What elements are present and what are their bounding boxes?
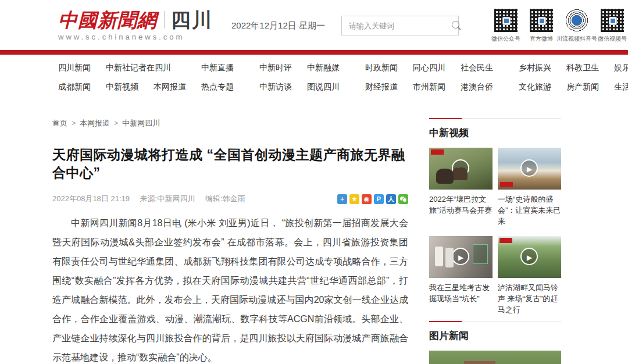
article-body: 中新网四川新闻8月18日电 (米小米 刘亚男)近日， “旅投创新第一届招商发展大… xyxy=(52,213,408,364)
nav-item-cns-reporters[interactable]: 中新社记者在四川 xyxy=(106,63,186,73)
nav-item-chengdu-news[interactable]: 成都新闻 xyxy=(58,82,91,92)
broadcaster-logo-badge xyxy=(500,182,513,187)
qr-label: 微信公众号 xyxy=(491,35,520,43)
photo-news-section: 图片新闻 xyxy=(429,321,561,364)
qr-label: 微信视频号 xyxy=(598,35,627,43)
nav-item-pictures-sichuan[interactable]: 图说四川 xyxy=(307,82,340,92)
broadcaster-logo-badge xyxy=(431,149,444,155)
video-thumbnail-city-aerial[interactable] xyxy=(498,148,561,190)
video-card[interactable]: 2022年“壤巴拉文旅”活动赛马会开赛 xyxy=(429,148,493,227)
nav-item-life-services[interactable]: 生活服务 xyxy=(614,82,628,92)
site-url: www.sc.chinanews.com xyxy=(58,33,213,41)
video-card[interactable]: 泸沽湖畔又闻马铃声 来场“复古”的赶马之行 xyxy=(498,236,561,315)
nav-item-finance[interactable]: 财经报道 xyxy=(365,82,398,92)
breadcrumb-separator: > xyxy=(114,119,118,127)
video-card[interactable]: 一场“史诗般的盛会”：让宜宾未来已来 xyxy=(498,148,561,227)
current-date: 2022年12月12日 星期一 xyxy=(231,20,325,31)
play-icon[interactable] xyxy=(520,159,538,177)
article-source: 来源:中新网四川 xyxy=(140,194,195,203)
wechat-share-icon[interactable] xyxy=(398,194,408,204)
video-thumbnail-horse-race[interactable] xyxy=(429,148,493,190)
qr-code-group: 微信公众号 官方微博 川流视频抖音号 微信视频号 xyxy=(493,9,626,43)
video-caption[interactable]: 一场“史诗般的盛会”：让宜宾未来已来 xyxy=(498,194,561,227)
search-input[interactable] xyxy=(349,22,451,30)
nav-item-entertainment-sports[interactable]: 娱乐体育 xyxy=(614,63,628,73)
thumbnail-overlay-tag xyxy=(473,244,488,264)
share-toolbar: + ★ ◉ P 人 xyxy=(337,194,408,204)
nav-item-culture-tourism[interactable]: 文化旅游 xyxy=(519,82,551,92)
play-icon[interactable] xyxy=(520,248,538,265)
search-box[interactable] xyxy=(341,16,459,35)
photo-section-title: 图片新闻 xyxy=(429,329,561,342)
nav-item-sichuan-news[interactable]: 四川新闻 xyxy=(58,63,91,73)
article-meta-row: 2022年08月18日 21:19 来源:中新网四川 编辑:韩金雨 + ★ ◉ … xyxy=(52,194,408,204)
nav-item-science-education[interactable]: 科教卫生 xyxy=(566,63,599,73)
site-logo[interactable]: 中國新聞網 四川 www.sc.chinanews.com xyxy=(58,10,213,41)
breadcrumb-current[interactable]: 中新网四川 xyxy=(122,118,160,129)
weibo-share-icon[interactable]: ◉ xyxy=(362,194,372,204)
article-title: 天府国际动漫城将打造成 “全国首创动漫主题产商旅无界融合中心” xyxy=(52,146,408,182)
nav-group-3: 时政新闻 同心四川 社会民生 财经报道 市州新闻 港澳台侨 xyxy=(365,63,493,92)
nav-item-commentary[interactable]: 中新时评 xyxy=(259,63,292,73)
video-thumbnail-sanxingdui[interactable] xyxy=(429,236,493,278)
sidebar: 中新视频 2022年“壤巴拉文旅”活动赛马会开赛 一场“史诗般的盛会”：让宜宾未… xyxy=(429,118,561,364)
search-icon[interactable] xyxy=(451,20,462,31)
breadcrumb: 首页 > 本网报道 > 中新网四川 xyxy=(52,118,408,129)
nav-item-society[interactable]: 社会民生 xyxy=(461,63,493,73)
logo-region-text: 四川 xyxy=(171,10,213,30)
video-caption[interactable]: 2022年“壤巴拉文旅”活动赛马会开赛 xyxy=(429,194,493,216)
article-paragraph: 中新网四川新闻8月18日电 (米小米 刘亚男)近日， “旅投创新第一届招商发展大… xyxy=(52,213,408,364)
video-card[interactable]: 我在三星堆考古发掘现场当“坑长” xyxy=(429,236,493,315)
nav-item-hk-macao-taiwan[interactable]: 港澳台侨 xyxy=(461,82,493,92)
qr-label: 川流视频抖音号 xyxy=(556,35,597,43)
nav-group-1: 四川新闻 中新社记者在四川 中新直播 成都新闻 中新视频 本网报道 热点专题 xyxy=(58,63,234,92)
video-thumbnail-lugu-lake[interactable] xyxy=(498,236,561,278)
nav-item-converged-media[interactable]: 中新融媒 xyxy=(307,63,340,73)
article-column: 首页 > 本网报道 > 中新网四川 天府国际动漫城将打造成 “全国首创动漫主题产… xyxy=(52,118,408,364)
qr-weibo-official: 官方微博 xyxy=(528,9,555,43)
logo-brand-text: 中國新聞網 xyxy=(58,10,157,30)
nav-item-rural-revitalization[interactable]: 乡村振兴 xyxy=(519,63,551,73)
nav-item-video[interactable]: 中新视频 xyxy=(106,82,138,92)
qr-code-image xyxy=(494,9,518,32)
video-grid: 2022年“壤巴拉文旅”活动赛马会开赛 一场“史诗般的盛会”：让宜宾未来已来 我… xyxy=(429,148,561,315)
qr-code-image xyxy=(601,9,624,32)
share-more-icon[interactable]: + xyxy=(337,194,347,204)
tencent-share-icon[interactable]: P xyxy=(374,194,384,204)
video-caption[interactable]: 泸沽湖畔又闻马铃声 来场“复古”的赶马之行 xyxy=(498,282,561,315)
logo-divider xyxy=(164,11,165,28)
nav-group-2: 中新时评 中新融媒 中新访谈 图说四川 xyxy=(259,63,340,92)
nav-item-site-report[interactable]: 本网报道 xyxy=(154,82,186,92)
nav-item-real-estate[interactable]: 房产新闻 xyxy=(566,82,599,92)
nav-item-live[interactable]: 中新直播 xyxy=(201,63,234,73)
site-header: 中國新聞網 四川 www.sc.chinanews.com 2022年12月12… xyxy=(0,0,628,50)
main-navigation: 四川新闻 中新社记者在四川 中新直播 成都新闻 中新视频 本网报道 热点专题 中… xyxy=(0,55,628,104)
nav-item-tongxin-sichuan[interactable]: 同心四川 xyxy=(413,63,445,73)
qr-wechat-video: 微信视频号 xyxy=(599,9,626,43)
breadcrumb-home[interactable]: 首页 xyxy=(52,118,67,129)
qr-douyin-channel: 川流视频抖音号 xyxy=(563,9,590,43)
publish-datetime: 2022年08月18日 21:19 xyxy=(52,194,130,203)
douyin-logo-badge xyxy=(565,9,588,32)
qr-code-image xyxy=(530,9,553,32)
breadcrumb-separator: > xyxy=(72,119,76,127)
nav-item-city-news[interactable]: 市州新闻 xyxy=(413,82,445,92)
photo-news-image-tibetan-village[interactable] xyxy=(429,351,561,364)
video-section-title: 中新视频 xyxy=(429,126,561,140)
qr-wechat-official: 微信公众号 xyxy=(493,9,519,43)
play-icon[interactable] xyxy=(452,159,469,177)
qzone-share-icon[interactable]: ★ xyxy=(349,194,359,204)
nav-item-hot-topics[interactable]: 热点专题 xyxy=(201,82,234,92)
video-caption[interactable]: 我在三星堆考古发掘现场当“坑长” xyxy=(429,282,493,304)
video-section: 中新视频 2022年“壤巴拉文旅”活动赛马会开赛 一场“史诗般的盛会”：让宜宾未… xyxy=(429,118,561,315)
breadcrumb-site-report[interactable]: 本网报道 xyxy=(80,118,110,129)
nav-group-4: 乡村振兴 科教卫生 娱乐体育 文化旅游 房产新闻 生活服务 xyxy=(519,63,628,92)
article-editor: 编辑:韩金雨 xyxy=(205,194,245,203)
qr-label: 官方微博 xyxy=(530,35,553,43)
nav-item-politics[interactable]: 时政新闻 xyxy=(365,63,398,73)
accent-red-bar xyxy=(0,50,628,55)
broadcaster-logo-badge xyxy=(499,238,512,243)
play-icon[interactable] xyxy=(452,248,469,265)
renren-share-icon[interactable]: 人 xyxy=(386,194,396,204)
nav-item-interviews[interactable]: 中新访谈 xyxy=(259,82,292,92)
